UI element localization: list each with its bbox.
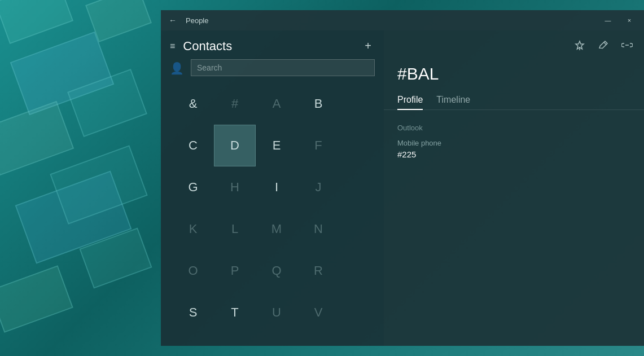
main-content: ≡ Contacts + 👤 & # A B [161,30,644,346]
letter-cell-e[interactable]: E [256,125,297,166]
letter-grid: & # A B C D E F G H I J [161,83,384,346]
pin-button[interactable] [569,35,590,55]
letter-cell-hash[interactable]: # [214,83,256,125]
letter-cell-ampersand[interactable]: & [172,83,214,125]
bg-tile-8 [50,145,147,225]
letter-row-3: G H I J [172,166,373,208]
letter-cell-p[interactable]: P [214,250,256,292]
detail-tabs: Profile Timeline [384,93,644,110]
title-bar: ← People — × [161,10,644,30]
letter-cell-b[interactable]: B [297,83,339,125]
bg-tile-1 [0,0,73,44]
letter-cell-u[interactable]: U [256,292,297,333]
title-bar-controls: — × [598,10,639,30]
letter-cell-r[interactable]: R [297,250,339,292]
detail-panel: #BAL Profile Timeline Outlook Mobile pho… [384,30,644,346]
svg-line-1 [604,42,606,45]
letter-cell-d[interactable]: D [214,125,256,166]
bg-tile-3 [0,101,74,175]
letter-row-2: C D E F [172,125,373,166]
letter-cell-q[interactable]: Q [256,250,297,292]
letter-cell-c[interactable]: C [172,125,214,166]
letter-cell-f[interactable]: F [297,125,339,166]
field-value-mobile: #225 [397,150,630,159]
detail-toolbar [384,30,644,60]
bg-tile-5 [0,265,73,333]
letter-cell-v[interactable]: V [297,292,339,333]
letter-cell-m[interactable]: M [256,208,297,250]
letter-row-5: O P Q R [172,250,373,292]
add-contact-button[interactable]: + [361,38,375,54]
letter-cell-s[interactable]: S [172,292,214,333]
contacts-header: ≡ Contacts + [161,30,384,59]
letter-cell-h[interactable]: H [214,166,256,208]
field-label-mobile: Mobile phone [397,139,630,147]
contacts-header-left: ≡ Contacts [170,39,232,54]
search-row: 👤 [161,59,384,83]
letter-cell-k[interactable]: K [172,208,214,250]
letter-cell-o[interactable]: O [172,250,214,292]
letter-cell-a[interactable]: A [256,83,297,125]
letter-cell-l[interactable]: L [214,208,256,250]
letter-cell-j[interactable]: J [297,166,339,208]
search-input[interactable] [191,59,375,76]
minimize-button[interactable]: — [598,10,618,30]
contact-source: Outlook [397,124,630,132]
letter-cell-i[interactable]: I [256,166,297,208]
edit-button[interactable] [593,35,614,55]
tab-timeline[interactable]: Timeline [436,93,470,109]
title-bar-left: ← People [165,15,208,26]
link-button[interactable] [617,35,637,55]
person-icon: 👤 [170,61,184,75]
contact-section: Outlook Mobile phone #225 [384,119,644,166]
app-title: People [186,16,208,25]
close-button[interactable]: × [619,10,639,30]
contacts-title: Contacts [183,39,232,54]
letter-row-4: K L M N [172,208,373,250]
letter-row-1: & # A B [172,83,373,125]
contact-name: #BAL [384,60,644,93]
app-window: ← People — × ≡ Contacts + 👤 [161,10,644,346]
contacts-panel: ≡ Contacts + 👤 & # A B [161,30,384,346]
letter-row-6: S T U V [172,292,373,333]
letter-cell-g[interactable]: G [172,166,214,208]
back-button[interactable]: ← [165,15,180,26]
hamburger-menu-button[interactable]: ≡ [170,41,175,51]
letter-cell-n[interactable]: N [297,208,339,250]
letter-cell-t[interactable]: T [214,292,256,333]
tab-profile[interactable]: Profile [397,93,423,109]
